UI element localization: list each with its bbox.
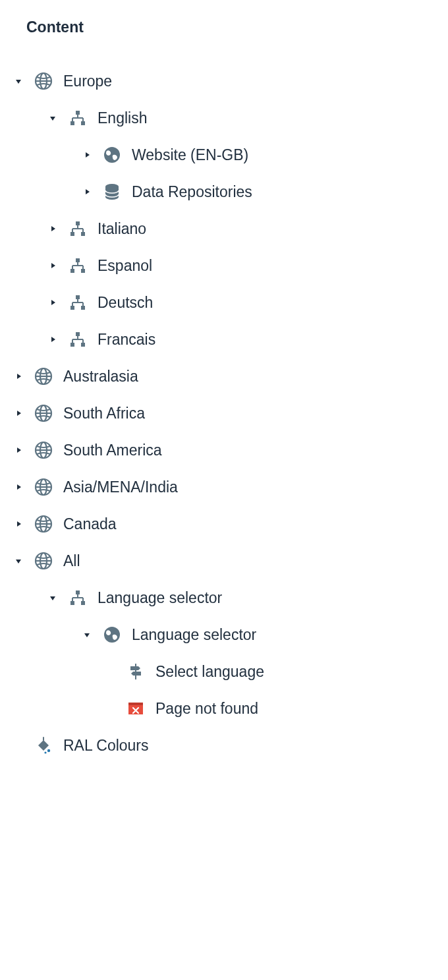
globe-icon bbox=[34, 478, 53, 496]
tree-node-south-america[interactable]: South America bbox=[13, 432, 435, 469]
tree-node-deutsch[interactable]: Deutsch bbox=[13, 284, 435, 321]
caret-right-icon[interactable] bbox=[47, 297, 58, 308]
caret-right-icon[interactable] bbox=[82, 150, 92, 160]
world-icon bbox=[103, 625, 121, 644]
globe-icon bbox=[34, 72, 53, 90]
tree-node-south-africa[interactable]: South Africa bbox=[13, 395, 435, 432]
globe-icon bbox=[34, 404, 53, 422]
content-tree: Europe English Website (EN-GB) bbox=[13, 63, 435, 764]
tree-node-asia-mena-india[interactable]: Asia/MENA/India bbox=[13, 469, 435, 505]
tree-node-website-engb[interactable]: Website (EN-GB) bbox=[13, 136, 435, 173]
tree-node-label: Asia/MENA/India bbox=[63, 478, 178, 496]
caret-down-icon[interactable] bbox=[13, 556, 24, 566]
tree-node-ral-colours[interactable]: RAL Colours bbox=[13, 727, 435, 764]
database-icon bbox=[103, 183, 121, 201]
tree-node-canada[interactable]: Canada bbox=[13, 505, 435, 542]
sitemap-icon bbox=[69, 219, 87, 238]
caret-placeholder bbox=[105, 666, 116, 677]
tree-node-label: RAL Colours bbox=[63, 737, 149, 755]
tree-node-label: Australasia bbox=[63, 368, 138, 386]
tree-node-language-selector-root[interactable]: Language selector bbox=[13, 579, 435, 616]
caret-right-icon[interactable] bbox=[47, 334, 58, 345]
tree-node-label: Language selector bbox=[132, 626, 256, 644]
sitemap-icon bbox=[69, 293, 87, 312]
caret-right-icon[interactable] bbox=[47, 260, 58, 271]
tree-node-all[interactable]: All bbox=[13, 542, 435, 579]
tree-node-label: English bbox=[98, 109, 147, 127]
paint-bucket-icon bbox=[34, 736, 53, 755]
tree-node-italiano[interactable]: Italiano bbox=[13, 210, 435, 247]
caret-right-icon[interactable] bbox=[13, 371, 24, 382]
tree-node-europe[interactable]: Europe bbox=[13, 63, 435, 100]
globe-icon bbox=[34, 367, 53, 386]
globe-icon bbox=[34, 441, 53, 459]
caret-down-icon[interactable] bbox=[82, 629, 92, 640]
tree-node-label: All bbox=[63, 552, 80, 570]
sitemap-icon bbox=[69, 589, 87, 607]
caret-down-icon[interactable] bbox=[47, 592, 58, 603]
tree-node-label: Deutsch bbox=[98, 294, 153, 312]
sitemap-icon bbox=[69, 109, 87, 127]
world-icon bbox=[103, 146, 121, 164]
tree-node-label: Page not found bbox=[155, 700, 258, 718]
caret-right-icon[interactable] bbox=[47, 223, 58, 234]
tree-node-label: South Africa bbox=[63, 405, 145, 422]
tree-node-label: Select language bbox=[155, 663, 264, 681]
tree-node-language-selector-site[interactable]: Language selector bbox=[13, 616, 435, 653]
tree-node-label: South America bbox=[63, 442, 162, 459]
caret-right-icon[interactable] bbox=[82, 187, 92, 197]
tree-node-label: Language selector bbox=[98, 589, 222, 607]
caret-right-icon[interactable] bbox=[13, 445, 24, 455]
caret-placeholder bbox=[105, 703, 116, 714]
tree-node-australasia[interactable]: Australasia bbox=[13, 358, 435, 395]
section-header: Content bbox=[26, 18, 435, 36]
tree-node-data-repositories[interactable]: Data Repositories bbox=[13, 173, 435, 210]
tree-node-francais[interactable]: Francais bbox=[13, 321, 435, 358]
tree-node-page-not-found[interactable]: Page not found bbox=[13, 690, 435, 727]
tree-node-label: Espanol bbox=[98, 257, 152, 275]
sitemap-icon bbox=[69, 256, 87, 275]
error-page-icon bbox=[126, 699, 145, 718]
signpost-icon bbox=[126, 662, 145, 681]
tree-node-label: Website (EN-GB) bbox=[132, 146, 248, 164]
tree-node-espanol[interactable]: Espanol bbox=[13, 247, 435, 284]
caret-right-icon[interactable] bbox=[13, 482, 24, 492]
tree-node-label: Italiano bbox=[98, 220, 146, 238]
caret-right-icon[interactable] bbox=[13, 519, 24, 529]
caret-right-icon[interactable] bbox=[13, 408, 24, 418]
globe-icon bbox=[34, 552, 53, 570]
tree-node-label: Data Repositories bbox=[132, 183, 252, 201]
tree-node-label: Francais bbox=[98, 331, 155, 349]
globe-icon bbox=[34, 515, 53, 533]
sitemap-icon bbox=[69, 330, 87, 349]
tree-node-label: Canada bbox=[63, 515, 117, 533]
tree-node-english[interactable]: English bbox=[13, 100, 435, 136]
tree-node-select-language[interactable]: Select language bbox=[13, 653, 435, 690]
tree-node-label: Europe bbox=[63, 72, 112, 90]
caret-down-icon[interactable] bbox=[47, 113, 58, 123]
caret-down-icon[interactable] bbox=[13, 76, 24, 86]
